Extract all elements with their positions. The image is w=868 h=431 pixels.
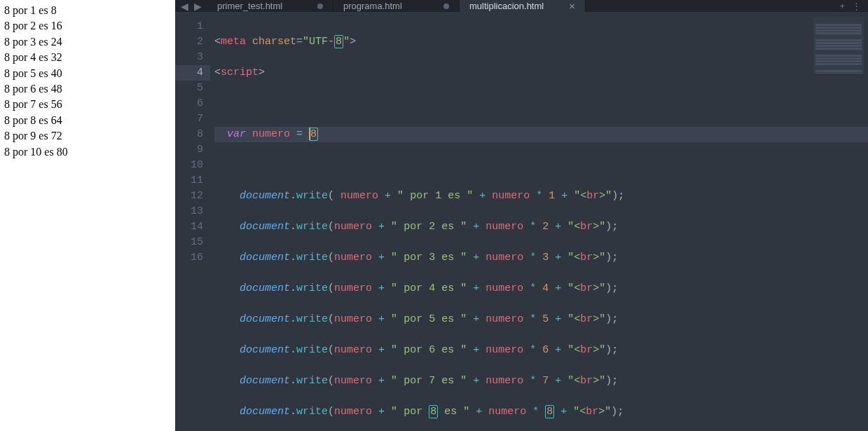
code-content[interactable]: <meta charset="UTF-8"> <script> var nume… <box>210 12 868 431</box>
line-number: 10 <box>175 158 203 173</box>
code-line[interactable]: document.write(numero + " por 2 es " + n… <box>214 219 868 235</box>
code-line[interactable]: document.write(numero + " por 7 es " + n… <box>214 374 868 389</box>
output-line: 8 por 1 es 8 <box>4 3 171 18</box>
code-line[interactable]: document.write(numero + " por 3 es " + n… <box>214 250 868 266</box>
code-line[interactable]: document.write(numero + " por 8 es " + n… <box>214 404 868 420</box>
browser-output-panel: 8 por 1 es 8 8 por 2 es 16 8 por 3 es 24… <box>0 0 175 431</box>
code-line[interactable]: var numero = 8 <box>214 127 868 142</box>
tab-primer-test[interactable]: primer_test.html <box>207 0 333 12</box>
line-number: 9 <box>175 142 203 158</box>
code-line[interactable]: document.write(numero + " por 5 es " + n… <box>214 312 868 327</box>
tab-bar: ◀ ▶ primer_test.html programa.html multi… <box>175 0 868 12</box>
output-line: 8 por 9 es 72 <box>4 128 171 144</box>
output-line: 8 por 2 es 16 <box>4 18 171 34</box>
more-icon[interactable]: ⋮ <box>852 1 861 11</box>
line-gutter: 1 2 3 4 5 6 7 8 9 10 11 12 13 14 15 16 <box>175 12 210 431</box>
line-number: 14 <box>175 219 203 235</box>
close-tab-icon[interactable]: × <box>569 0 575 12</box>
line-number: 1 <box>175 19 203 34</box>
dirty-indicator-icon <box>443 4 449 9</box>
code-line[interactable] <box>214 158 868 173</box>
output-line: 8 por 4 es 32 <box>4 50 171 65</box>
nav-back-icon[interactable]: ◀ <box>181 1 188 12</box>
line-number: 8 <box>175 127 203 142</box>
code-line[interactable]: <script> <box>214 65 868 81</box>
tab-label: programa.html <box>343 1 402 11</box>
tab-label: primer_test.html <box>217 1 282 11</box>
line-number: 2 <box>175 34 203 50</box>
new-tab-icon[interactable]: + <box>839 1 845 11</box>
line-number: 11 <box>175 173 203 189</box>
tab-programa[interactable]: programa.html <box>333 0 460 12</box>
code-line[interactable] <box>214 96 868 111</box>
line-number: 3 <box>175 50 203 65</box>
line-number: 12 <box>175 189 203 204</box>
line-number: 7 <box>175 111 203 127</box>
line-number: 4 <box>175 65 210 81</box>
code-editor: ◀ ▶ primer_test.html programa.html multi… <box>175 0 868 431</box>
output-line: 8 por 3 es 24 <box>4 34 171 50</box>
line-number: 5 <box>175 81 203 96</box>
tab-multiplicacion[interactable]: multiplicacion.html × <box>460 0 586 12</box>
tab-label: multiplicacion.html <box>469 1 544 11</box>
code-line[interactable]: <meta charset="UTF-8"> <box>214 34 868 50</box>
code-area[interactable]: 1 2 3 4 5 6 7 8 9 10 11 12 13 14 15 16 <… <box>175 12 868 431</box>
output-line: 8 por 7 es 56 <box>4 97 171 112</box>
output-line: 8 por 10 es 80 <box>4 144 171 160</box>
output-line: 8 por 5 es 40 <box>4 66 171 81</box>
code-line[interactable]: document.write(numero + " por 6 es " + n… <box>214 343 868 358</box>
line-number: 15 <box>175 235 203 250</box>
nav-forward-icon[interactable]: ▶ <box>194 1 202 12</box>
line-number: 16 <box>175 250 203 266</box>
output-line: 8 por 6 es 48 <box>4 81 171 97</box>
dirty-indicator-icon <box>317 4 323 9</box>
line-number: 13 <box>175 204 203 219</box>
code-line[interactable]: document.write( numero + " por 1 es " + … <box>214 189 868 204</box>
output-line: 8 por 8 es 64 <box>4 113 171 128</box>
line-number: 6 <box>175 96 203 111</box>
code-line[interactable]: document.write(numero + " por 4 es " + n… <box>214 281 868 296</box>
